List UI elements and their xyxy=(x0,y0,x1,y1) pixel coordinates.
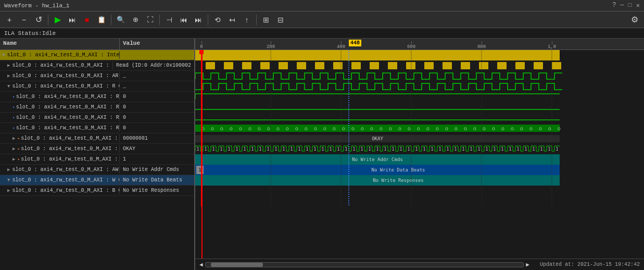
refresh-button[interactable]: ↺ xyxy=(32,14,45,26)
expand-arrow-icon[interactable]: ▶ xyxy=(12,136,15,141)
expand-arrow-icon[interactable]: ▶ xyxy=(7,63,10,68)
signal-value-text xyxy=(120,54,126,56)
expand-arrow-icon[interactable]: ▼ xyxy=(2,53,5,58)
signal-value-text: 0 xyxy=(120,103,129,111)
expand-arrow-icon[interactable]: ▼ xyxy=(7,178,10,183)
minimize-button[interactable]: — xyxy=(620,2,624,9)
svg-rect-9 xyxy=(279,62,288,69)
close-button[interactable]: ✕ xyxy=(636,2,640,9)
expand-arrow-icon[interactable]: ▶ xyxy=(7,73,10,79)
fast-forward-button[interactable]: ⏭ xyxy=(66,14,79,26)
svg-text:○: ○ xyxy=(521,126,523,131)
first-button[interactable]: ⏮ xyxy=(178,14,190,26)
waveform-area[interactable]: R xyxy=(195,50,644,259)
scroll-left-btn[interactable]: ◀ xyxy=(199,261,203,268)
signal-row[interactable]: ▶slot_0 : axi4_rw_test_0_M_AXI : Read Tr… xyxy=(0,60,194,71)
svg-text:1: 1 xyxy=(330,147,332,152)
file-button[interactable]: 📋 xyxy=(95,14,108,26)
svg-text:○: ○ xyxy=(371,126,373,131)
ruler-tick-1000: 1,0 xyxy=(548,44,556,50)
signal-row[interactable]: ▶slot_0 : axi4_rw_test_0_M_AXI : AR Chan… xyxy=(0,71,194,81)
signal-row[interactable]: ▼slot_0 : axi4_rw_test_0_M_AXI : Interfa… xyxy=(0,50,194,60)
signal-row[interactable]: ▶▪slot_0 : axi4_rw_test_0_M_AXI : RDATA0… xyxy=(0,133,194,144)
prev-marker-button[interactable]: ⊣ xyxy=(163,14,175,26)
svg-text:1: 1 xyxy=(337,147,340,152)
svg-text:1: 1 xyxy=(267,147,270,152)
svg-text:No Write Data Beats: No Write Data Beats xyxy=(372,167,425,173)
expand-arrow-icon[interactable]: ▶ xyxy=(12,146,15,152)
svg-rect-14 xyxy=(370,62,379,69)
signal-name: ▶▪slot_0 : axi4_rw_test_0_M_AXI : RRESP xyxy=(0,145,120,153)
export-button[interactable]: ⊟ xyxy=(274,14,287,26)
signal-row[interactable]: ▪slot_0 : axi4_rw_test_0_M_AXI : RLAST0 xyxy=(0,113,194,123)
signal-value-text: Read (ID:0 Addr:0x100002 xyxy=(113,62,194,69)
signal-row[interactable]: ▪slot_0 : axi4_rw_test_0_M_AXI : RVALID0 xyxy=(0,92,194,102)
expand-arrow-icon[interactable]: ▶ xyxy=(12,156,15,162)
fit-button[interactable]: ⛶ xyxy=(144,14,156,26)
signal-row[interactable]: ▼slot_0 : axi4_rw_test_0_M_AXI : W Chann… xyxy=(0,175,194,186)
bus-icon: ▪ xyxy=(17,136,20,141)
svg-text:○: ○ xyxy=(277,126,280,131)
add-button[interactable]: + xyxy=(3,14,16,26)
help-button[interactable]: ? xyxy=(612,2,616,9)
signal-row[interactable]: ▼slot_0 : axi4_rw_test_0_M_AXI : R Chann… xyxy=(0,81,194,92)
signal-value-text: 0 xyxy=(120,93,129,101)
svg-text:○: ○ xyxy=(455,126,458,131)
signal-name: ▶▪slot_0 : axi4_rw_test_0_M_AXI : RDATA xyxy=(0,134,120,142)
expand-arrow-icon[interactable]: ▼ xyxy=(7,84,10,89)
signal-icon: ▪ xyxy=(12,126,15,130)
ruler-tick-800: 800 xyxy=(477,44,486,50)
step-left-button[interactable]: ↤ xyxy=(226,14,238,26)
svg-text:1: 1 xyxy=(408,147,410,152)
signal-row[interactable]: ▶▪slot_0 : axi4_rw_test_0_M_AXI : RRESPO… xyxy=(0,144,194,154)
maximize-button[interactable]: □ xyxy=(628,2,632,9)
signal-value-text: No Write Responses xyxy=(120,187,182,194)
toolbar-sep-5 xyxy=(256,15,257,25)
scrollbar-thumb[interactable] xyxy=(211,263,263,267)
horizontal-scrollbar[interactable] xyxy=(205,262,524,267)
expand-arrow-icon[interactable]: ▶ xyxy=(7,188,10,193)
stop-button[interactable]: ■ xyxy=(81,14,93,26)
zoom-out-button[interactable]: 🔍 xyxy=(115,14,127,26)
expand-arrow-icon[interactable]: ▶ xyxy=(7,167,10,173)
svg-text:1: 1 xyxy=(228,147,231,152)
last-button[interactable]: ⏭ xyxy=(192,14,205,26)
svg-text:○: ○ xyxy=(380,126,383,131)
signal-name-text: slot_0 : axi4_rw_test_0_M_AXI : W Channe… xyxy=(12,177,120,183)
signal-name: ▪slot_0 : axi4_rw_test_0_M_AXI : RID xyxy=(0,124,120,132)
loop-button[interactable]: ⟲ xyxy=(211,14,224,26)
svg-text:○: ○ xyxy=(418,126,420,131)
svg-text:1: 1 xyxy=(298,147,301,152)
signal-row[interactable]: ▪slot_0 : axi4_rw_test_0_M_AXI : RREADY0 xyxy=(0,102,194,113)
svg-text:○: ○ xyxy=(493,126,495,131)
cursor-label: 448 xyxy=(349,40,361,46)
signal-row[interactable]: ▶slot_0 : axi4_rw_test_0_M_AXI : AW Chan… xyxy=(0,165,194,175)
step-up-button[interactable]: ↑ xyxy=(241,14,253,26)
svg-text:1: 1 xyxy=(517,147,520,152)
svg-text:1: 1 xyxy=(205,147,207,152)
ruler-tick-200: 200 xyxy=(267,44,275,50)
signal-row[interactable]: ▶slot_0 : axi4_rw_test_0_M_AXI : B Chann… xyxy=(0,186,194,196)
svg-text:1: 1 xyxy=(509,147,512,152)
svg-text:1: 1 xyxy=(462,147,465,152)
bottom-bar: ◀ ▶ Updated at: 2021-Jun-15 19:42:42 xyxy=(195,259,644,270)
signal-value-text: No Write Data Beats xyxy=(120,176,185,184)
settings-button[interactable]: ⚙ xyxy=(628,14,641,26)
column-header: Name Value xyxy=(0,39,194,50)
svg-text:○: ○ xyxy=(333,126,336,131)
signal-list[interactable]: ▼slot_0 : axi4_rw_test_0_M_AXI : Interfa… xyxy=(0,50,194,270)
svg-text:1: 1 xyxy=(384,147,387,152)
minus-button[interactable]: − xyxy=(18,14,30,26)
signal-row[interactable]: ▪slot_0 : axi4_rw_test_0_M_AXI : RID0 xyxy=(0,123,194,133)
svg-text:1: 1 xyxy=(259,147,262,152)
signal-row[interactable]: ▶▪slot_0 : axi4_rw_test_0_M_AXI : R_CNT1 xyxy=(0,154,194,165)
svg-text:1: 1 xyxy=(361,147,363,152)
scroll-right-btn[interactable]: ▶ xyxy=(526,261,529,268)
svg-text:1: 1 xyxy=(501,147,504,152)
zoom-in-button[interactable]: ⊕ xyxy=(129,14,142,26)
capture-button[interactable]: ⊞ xyxy=(260,14,272,26)
svg-text:1: 1 xyxy=(345,147,348,152)
svg-text:1: 1 xyxy=(525,147,527,152)
red-cursor xyxy=(201,50,203,259)
run-button[interactable]: ▶ xyxy=(52,14,64,26)
